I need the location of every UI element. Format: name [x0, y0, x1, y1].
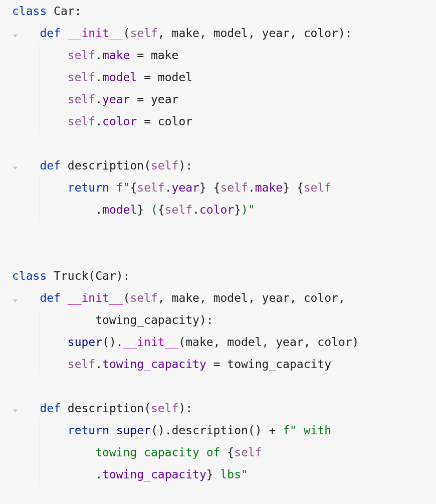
token-punct: . — [95, 468, 102, 481]
token-punct: { — [213, 181, 221, 194]
indent-guide — [40, 353, 40, 375]
token-punct: ( — [123, 27, 130, 40]
indent-guide — [40, 88, 40, 110]
token-plain — [276, 424, 283, 437]
code-line[interactable]: towing_capacity): — [12, 309, 436, 331]
token-attr: make — [102, 49, 130, 62]
token-plain — [12, 203, 95, 216]
code-line[interactable]: def __init__(self, make, model, year, co… — [12, 22, 436, 44]
token-punct: ( — [144, 159, 151, 172]
token-punct: { — [130, 181, 137, 194]
token-param: model — [213, 27, 248, 40]
code-line[interactable]: def description(self): — [12, 154, 436, 177]
token-punct: . — [95, 115, 102, 128]
token-punct: ): — [116, 269, 130, 282]
fold-icon[interactable] — [13, 35, 18, 38]
code-line[interactable]: .towing_capacity} lbs" — [12, 463, 436, 485]
token-self: self — [304, 181, 331, 194]
token-self: self — [151, 159, 178, 172]
token-punct: , — [338, 291, 345, 304]
code-line[interactable]: self.color = color — [12, 110, 436, 132]
code-editor[interactable]: class Car: def __init__(self, make, mode… — [0, 0, 436, 485]
code-line[interactable] — [12, 132, 436, 154]
token-plain: model — [158, 71, 192, 84]
code-line[interactable]: self.towing_capacity = towing_capacity — [12, 353, 436, 375]
code-line[interactable] — [12, 221, 436, 243]
token-magic: __init__ — [68, 27, 123, 40]
token-param: year — [262, 291, 290, 304]
indent-guide — [40, 199, 40, 221]
token-attr: towing_capacity — [102, 468, 206, 481]
code-line[interactable] — [12, 243, 436, 265]
token-builtin: super — [68, 335, 102, 349]
token-plain — [61, 291, 68, 304]
indent-guide — [40, 110, 40, 132]
token-plain — [12, 291, 40, 304]
token-punct: , — [199, 27, 213, 40]
token-param: color — [304, 291, 338, 304]
code-line[interactable] — [12, 375, 436, 397]
code-line[interactable]: self.year = year — [12, 88, 436, 110]
token-param: year — [262, 27, 290, 40]
token-plain — [137, 71, 144, 84]
token-param: make — [172, 291, 199, 304]
token-fn: Car — [47, 5, 74, 18]
code-line[interactable]: self.make = make — [12, 44, 436, 66]
token-plain — [109, 181, 116, 194]
token-param: make — [172, 27, 199, 40]
token-plain — [12, 446, 95, 459]
token-str: ( — [144, 203, 158, 216]
token-punct: . — [95, 49, 102, 62]
token-kw: class — [12, 5, 47, 18]
token-op: = — [137, 93, 144, 106]
token-op: = — [137, 49, 144, 62]
token-punct: . — [248, 181, 255, 194]
token-plain: Car — [95, 269, 116, 282]
token-plain: year — [276, 335, 303, 349]
token-magic: __init__ — [123, 335, 179, 349]
code-line[interactable]: def description(self): — [12, 397, 436, 419]
token-plain — [61, 402, 68, 415]
token-fn: description — [172, 424, 248, 437]
token-punct: . — [192, 203, 199, 216]
token-builtin: super — [116, 424, 151, 437]
code-line[interactable]: .model} ({self.color})" — [12, 199, 436, 221]
token-plain — [151, 71, 158, 84]
token-plain — [12, 27, 40, 40]
fold-icon[interactable] — [13, 167, 18, 170]
fold-icon[interactable] — [13, 277, 18, 280]
token-punct: . — [95, 358, 102, 371]
token-str: towing capacity of — [95, 446, 227, 459]
fold-icon[interactable] — [13, 13, 18, 16]
token-punct: , — [248, 291, 262, 304]
token-punct: , — [262, 335, 276, 349]
code-line[interactable]: def __init__(self, make, model, year, co… — [12, 287, 436, 309]
token-punct: { — [297, 181, 304, 194]
code-line[interactable]: class Car: — [12, 0, 436, 22]
token-param: color — [304, 27, 338, 40]
fold-icon[interactable] — [13, 299, 18, 302]
token-plain — [144, 49, 151, 62]
token-punct: } — [206, 468, 213, 481]
token-punct: ( — [144, 402, 151, 415]
token-str: )" — [241, 203, 255, 216]
token-punct: (). — [102, 335, 123, 349]
token-op: = — [144, 115, 151, 128]
token-self: self — [165, 203, 192, 216]
token-kw: def — [40, 402, 61, 415]
token-self: self — [68, 71, 95, 84]
token-str — [290, 181, 297, 194]
code-line[interactable]: super().__init__(make, model, year, colo… — [12, 331, 436, 353]
token-plain — [109, 424, 116, 437]
indent-guide — [40, 331, 40, 353]
indent-guide — [40, 309, 40, 331]
code-line[interactable]: class Truck(Car): — [12, 265, 436, 287]
token-op: + — [269, 424, 276, 437]
code-line[interactable]: self.model = model — [12, 66, 436, 88]
token-punct: ): — [199, 313, 213, 326]
fold-icon[interactable] — [13, 410, 18, 413]
code-line[interactable]: return super().description() + f" with — [12, 419, 436, 441]
code-line[interactable]: towing capacity of {self — [12, 441, 436, 463]
code-line[interactable]: return f"{self.year} {self.make} {self — [12, 177, 436, 199]
token-self: self — [137, 181, 164, 194]
